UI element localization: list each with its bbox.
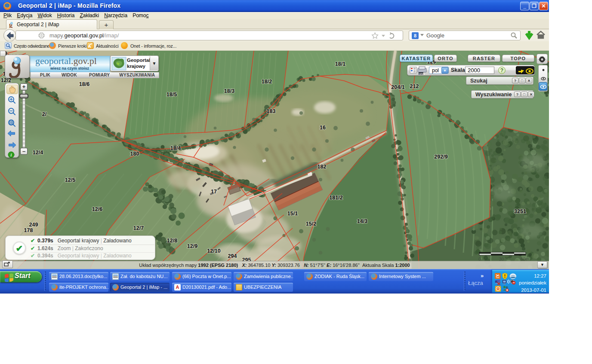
svg-text:249: 249: [29, 222, 38, 228]
svg-text:12/8: 12/8: [167, 238, 177, 244]
svg-text:12/5: 12/5: [65, 177, 75, 183]
svg-text:182: 182: [318, 164, 327, 170]
svg-text:183: 183: [267, 108, 276, 114]
svg-text:2/: 2/: [42, 111, 47, 117]
svg-text:18/6: 18/6: [79, 81, 89, 87]
svg-text:204/1: 204/1: [391, 84, 404, 90]
svg-text:181/2: 181/2: [329, 195, 342, 201]
svg-text:15/1: 15/1: [287, 211, 298, 217]
svg-text:17: 17: [211, 189, 217, 195]
svg-text:15/2: 15/2: [306, 221, 316, 227]
svg-text:14/3: 14/3: [357, 218, 367, 224]
svg-text:12/10: 12/10: [207, 248, 220, 254]
svg-text:178: 178: [24, 227, 33, 233]
svg-text:180: 180: [130, 151, 139, 157]
svg-text:i: i: [11, 153, 12, 157]
svg-text:18/1: 18/1: [335, 61, 345, 67]
svg-text:12/2: 12/2: [1, 77, 11, 83]
svg-text:294: 294: [228, 253, 237, 259]
svg-text:12/6: 12/6: [92, 206, 102, 212]
svg-text:18/4: 18/4: [170, 145, 181, 151]
svg-text:3251: 3251: [514, 208, 526, 214]
svg-text:18/2: 18/2: [262, 79, 272, 85]
svg-text:292/9: 292/9: [434, 154, 447, 160]
svg-text:212: 212: [410, 83, 419, 89]
svg-text:16: 16: [320, 125, 326, 131]
svg-text:18/3: 18/3: [224, 88, 234, 94]
svg-text:WMS: WMS: [419, 73, 425, 75]
svg-text:12/9: 12/9: [187, 243, 197, 249]
svg-text:18/5: 18/5: [166, 92, 177, 98]
svg-text:12/4: 12/4: [33, 150, 43, 156]
svg-text:12/7: 12/7: [133, 225, 144, 231]
